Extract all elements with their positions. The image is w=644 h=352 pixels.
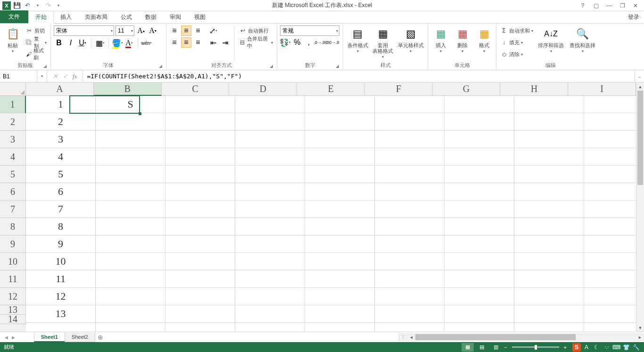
scroll-up-icon[interactable]: ▲ xyxy=(636,83,644,91)
horizontal-scrollbar[interactable]: ⋮ ◄ ► xyxy=(399,333,644,341)
cell-F4[interactable] xyxy=(375,148,445,166)
font-size-combo[interactable]: 11▾ xyxy=(116,25,134,36)
cell-D13[interactable] xyxy=(235,305,305,323)
cell-A11[interactable]: 11 xyxy=(26,270,96,288)
name-box-dropdown-icon[interactable]: ▾ xyxy=(37,70,46,82)
wrap-text-button[interactable]: ↩自动换行 xyxy=(238,25,274,36)
cell-C5[interactable] xyxy=(165,166,235,183)
font-color-icon[interactable]: A▾ xyxy=(124,38,134,48)
cell-C1[interactable] xyxy=(165,96,235,113)
column-header-F[interactable]: F xyxy=(365,83,433,96)
normal-view-icon[interactable]: ▦ xyxy=(462,343,474,352)
new-sheet-button[interactable]: ⊕ xyxy=(95,333,106,342)
cell-C2[interactable] xyxy=(165,113,235,131)
column-header-H[interactable]: H xyxy=(500,83,568,96)
page-layout-view-icon[interactable]: ▤ xyxy=(476,343,488,352)
align-dialog-icon[interactable]: ◢ xyxy=(270,64,273,68)
cell-D12[interactable] xyxy=(235,288,305,305)
column-header-E[interactable]: E xyxy=(297,83,365,96)
cell-B4[interactable] xyxy=(96,148,165,166)
cell-H2[interactable] xyxy=(514,113,584,131)
cell-A3[interactable]: 3 xyxy=(26,131,96,148)
expand-formula-icon[interactable]: ⌄ xyxy=(635,70,644,82)
cell-D14[interactable] xyxy=(235,323,305,332)
cell-C11[interactable] xyxy=(165,270,235,288)
cell-D3[interactable] xyxy=(235,131,305,148)
cell-H7[interactable] xyxy=(514,201,584,218)
cell-F9[interactable] xyxy=(375,235,445,253)
cell-F6[interactable] xyxy=(375,183,445,201)
cell-G14[interactable] xyxy=(445,323,514,332)
increase-indent-icon[interactable]: ⇥ xyxy=(220,37,230,48)
autosum-button[interactable]: Σ自动求和▾ xyxy=(499,25,534,36)
cell-G4[interactable] xyxy=(445,148,514,166)
sheet-tab-1[interactable]: Sheet1 xyxy=(34,333,65,342)
cell-G12[interactable] xyxy=(445,288,514,305)
cell-H8[interactable] xyxy=(514,218,584,235)
format-painter-button[interactable]: 🖌格式刷 xyxy=(25,49,48,59)
cell-C8[interactable] xyxy=(165,218,235,235)
bold-icon[interactable]: B xyxy=(54,38,64,48)
cell-H12[interactable] xyxy=(514,288,584,305)
cell-A5[interactable]: 5 xyxy=(26,166,96,183)
cell-G8[interactable] xyxy=(445,218,514,235)
cell-H6[interactable] xyxy=(514,183,584,201)
tab-file[interactable]: 文件 xyxy=(0,10,28,23)
cell-C14[interactable] xyxy=(165,323,235,332)
sheet-tab-2[interactable]: Sheet2 xyxy=(65,333,95,342)
cell-B13[interactable] xyxy=(96,305,165,323)
row-header-12[interactable]: 12 xyxy=(0,288,26,305)
cell-D8[interactable] xyxy=(235,218,305,235)
fill-handle[interactable] xyxy=(139,112,141,115)
hscroll-thumb[interactable] xyxy=(415,334,576,340)
cell-D6[interactable] xyxy=(235,183,305,201)
insert-cells-button[interactable]: ▦插入▾ xyxy=(431,25,451,54)
cell-A4[interactable]: 4 xyxy=(26,148,96,166)
cell-F5[interactable] xyxy=(375,166,445,183)
merge-center-button[interactable]: ⊟合并后居中▾ xyxy=(238,37,274,48)
undo-dropdown-icon[interactable]: ▾ xyxy=(33,1,42,10)
cell-D11[interactable] xyxy=(235,270,305,288)
cell-A10[interactable]: 10 xyxy=(26,253,96,270)
cell-A9[interactable]: 9 xyxy=(26,235,96,253)
cell-G5[interactable] xyxy=(445,166,514,183)
select-all-corner[interactable] xyxy=(0,83,26,96)
cell-F12[interactable] xyxy=(375,288,445,305)
cell-D10[interactable] xyxy=(235,253,305,270)
restore-icon[interactable]: ❐ xyxy=(617,1,628,10)
tab-layout[interactable]: 页面布局 xyxy=(78,11,114,23)
row-header-1[interactable]: 1 xyxy=(0,96,26,113)
font-dialog-icon[interactable]: ◢ xyxy=(159,64,162,68)
increase-font-icon[interactable]: A▴ xyxy=(136,25,146,36)
cell-G10[interactable] xyxy=(445,253,514,270)
cell-C7[interactable] xyxy=(165,201,235,218)
undo-icon[interactable]: ↶ xyxy=(23,1,32,10)
vertical-scrollbar[interactable]: ▲ ▼ xyxy=(636,83,644,332)
cell-B6[interactable] xyxy=(96,183,165,201)
row-header-2[interactable]: 2 xyxy=(0,113,26,131)
align-bottom-icon[interactable]: ≡ xyxy=(193,25,203,36)
cell-A6[interactable]: 6 xyxy=(26,183,96,201)
cell-E3[interactable] xyxy=(305,131,375,148)
cell-C4[interactable] xyxy=(165,148,235,166)
underline-icon[interactable]: U▾ xyxy=(77,38,88,48)
help-icon[interactable]: ? xyxy=(577,1,588,10)
cell-I9[interactable] xyxy=(584,235,636,253)
zoom-out-icon[interactable]: − xyxy=(504,344,507,350)
delete-cells-button[interactable]: ▦删除▾ xyxy=(453,25,472,54)
cell-C3[interactable] xyxy=(165,131,235,148)
row-header-13[interactable]: 13 xyxy=(0,305,26,315)
scroll-right-icon[interactable]: ► xyxy=(636,335,644,340)
scroll-down-icon[interactable]: ▼ xyxy=(636,324,644,332)
ribbon-options-icon[interactable]: ▢ xyxy=(590,1,602,10)
tray-wrench-icon[interactable]: 🔧 xyxy=(632,343,640,352)
cell-E4[interactable] xyxy=(305,148,375,166)
column-header-D[interactable]: D xyxy=(229,83,297,96)
cell-I3[interactable] xyxy=(584,131,636,148)
qat-customize-icon[interactable]: ▾ xyxy=(54,1,63,10)
cell-I8[interactable] xyxy=(584,218,636,235)
tray-a-icon[interactable]: A xyxy=(582,343,591,352)
tray-dots-icon[interactable]: ⸪ xyxy=(602,343,611,352)
row-header-9[interactable]: 9 xyxy=(0,235,26,253)
tab-review[interactable]: 审阅 xyxy=(163,11,188,23)
